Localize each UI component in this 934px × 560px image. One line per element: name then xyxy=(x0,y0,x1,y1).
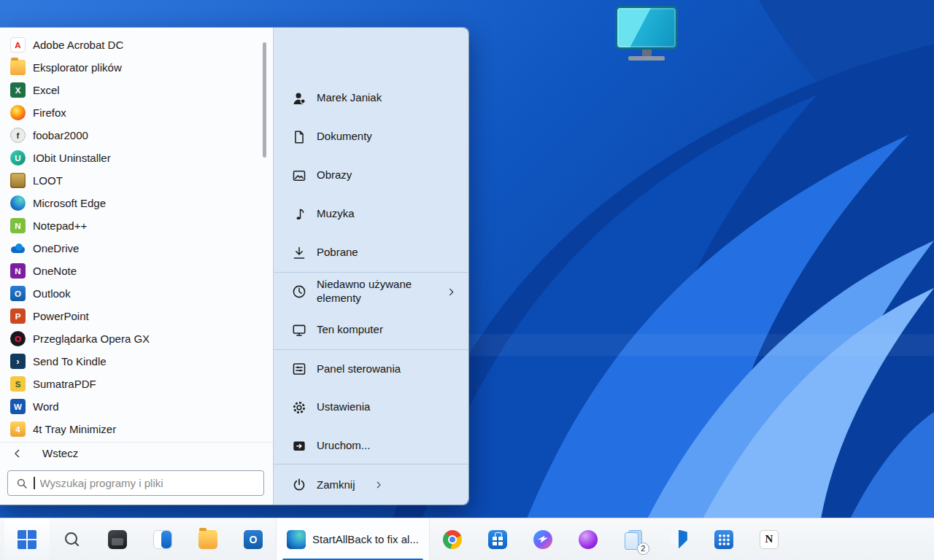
program-item[interactable]: Microsoft Edge xyxy=(0,192,273,214)
notion-icon: N xyxy=(760,530,779,549)
onenote-icon: N xyxy=(10,263,26,279)
calculator-button[interactable] xyxy=(701,518,746,560)
taskbar-search-button[interactable] xyxy=(50,518,95,560)
program-item[interactable]: LOOT xyxy=(0,169,273,192)
dark-app-button[interactable] xyxy=(95,518,140,560)
start-menu-right-item[interactable]: Ustawienia xyxy=(274,388,468,427)
program-label: Eksplorator plików xyxy=(33,61,122,74)
start-menu-right-pane: Marek Janiak Dokumenty Obrazy xyxy=(274,28,468,505)
start-menu-right-list: Marek Janiak Dokumenty Obrazy xyxy=(274,28,468,464)
active-task-label: StartAllBack to fix al... xyxy=(312,533,419,545)
opera-gx-icon: O xyxy=(10,331,26,346)
start-menu-right-item[interactable]: Marek Janiak xyxy=(274,79,468,117)
microsoft-store-button[interactable] xyxy=(475,518,520,560)
start-menu-left-pane: A Adobe Acrobat DC Eksplorator plików X … xyxy=(0,28,274,505)
user-picture[interactable] xyxy=(614,6,679,61)
program-item[interactable]: N OneNote xyxy=(0,260,273,282)
run-icon xyxy=(291,438,307,454)
program-item[interactable]: Eksplorator plików xyxy=(0,56,273,79)
notion-button[interactable]: N xyxy=(746,518,792,560)
search-input[interactable] xyxy=(40,477,257,489)
documents-icon xyxy=(291,129,307,145)
program-label: IObit Uninstaller xyxy=(33,152,111,164)
program-item[interactable]: P PowerPoint xyxy=(0,305,273,327)
program-label: OneDrive xyxy=(33,242,79,254)
program-label: Przeglądarka Opera GX xyxy=(33,332,150,345)
outlook-icon: O xyxy=(10,286,26,301)
program-label: OneNote xyxy=(33,265,77,277)
program-label: Word xyxy=(33,400,59,413)
program-item[interactable]: OneDrive xyxy=(0,237,273,260)
right-item-label: Dokumenty xyxy=(317,130,372,144)
settings-icon xyxy=(291,400,307,416)
program-item[interactable]: S SumatraPDF xyxy=(0,373,273,395)
iobit-uninstaller-icon: U xyxy=(10,150,26,166)
user-icon xyxy=(291,90,307,106)
taskbar-left-group: O xyxy=(4,518,276,560)
powerpoint-icon: P xyxy=(10,308,26,324)
active-task-button[interactable]: StartAllBack to fix al... xyxy=(276,518,430,560)
edge-icon xyxy=(10,195,26,211)
notepad-plus-plus-icon: N xyxy=(10,218,26,233)
start-button[interactable] xyxy=(4,518,50,560)
program-item[interactable]: X Excel xyxy=(0,79,273,101)
start-menu-right-item[interactable]: Panel sterowania xyxy=(274,349,468,388)
purple-app-button[interactable] xyxy=(566,518,611,560)
file-explorer-button[interactable] xyxy=(185,518,231,560)
music-icon xyxy=(291,206,307,222)
start-menu-right-item[interactable]: Niedawno używane elementy xyxy=(274,272,468,311)
start-menu-right-item[interactable]: Uruchom... xyxy=(274,427,468,464)
task-view-icon xyxy=(153,530,172,549)
program-label: Send To Kindle xyxy=(33,355,107,368)
program-label: Firefox xyxy=(33,106,66,119)
start-menu-right-item[interactable]: Obrazy xyxy=(274,156,468,195)
scrollbar-thumb[interactable] xyxy=(263,42,266,158)
program-item[interactable]: N Notepad++ xyxy=(0,214,273,237)
outlook-icon: O xyxy=(244,530,263,549)
monitor-stand xyxy=(642,50,652,56)
messenger-button[interactable] xyxy=(520,518,566,560)
right-item-label: Pobrane xyxy=(317,246,358,260)
monitor-base xyxy=(628,56,665,61)
messenger-icon xyxy=(533,530,552,549)
outlook-button[interactable]: O xyxy=(231,518,276,560)
right-item-label: Panel sterowania xyxy=(317,362,401,376)
program-item[interactable]: W Word xyxy=(0,395,273,418)
badge-count: 2 xyxy=(637,542,649,555)
pages-app-button[interactable]: 2 xyxy=(611,518,656,560)
program-item[interactable]: Firefox xyxy=(0,101,273,124)
task-view-button[interactable] xyxy=(140,518,185,560)
program-item[interactable]: O Outlook xyxy=(0,282,273,305)
start-menu-right-item[interactable]: Muzyka xyxy=(274,195,468,233)
word-icon: W xyxy=(10,399,26,414)
search-box[interactable] xyxy=(7,470,264,496)
start-menu-right-item[interactable]: Pobrane xyxy=(274,233,468,272)
tray-minimizer-icon: 4 xyxy=(10,421,26,437)
program-item[interactable]: O Przeglądarka Opera GX xyxy=(0,327,273,350)
program-label: 4t Tray Minimizer xyxy=(33,423,116,435)
search-icon xyxy=(15,477,28,490)
back-button[interactable]: Wstecz xyxy=(0,442,273,464)
right-item-label: Ustawienia xyxy=(317,400,370,414)
shield-icon xyxy=(669,530,688,549)
program-label: PowerPoint xyxy=(33,310,89,322)
program-label: Outlook xyxy=(33,287,71,300)
security-shield-button[interactable] xyxy=(656,518,701,560)
program-item[interactable]: 4 4t Tray Minimizer xyxy=(0,418,273,440)
start-menu: A Adobe Acrobat DC Eksplorator plików X … xyxy=(0,27,469,505)
chrome-button[interactable] xyxy=(430,518,475,560)
program-item[interactable]: › Send To Kindle xyxy=(0,350,273,373)
right-item-label: Obrazy xyxy=(317,168,352,182)
control-panel-icon xyxy=(291,361,307,377)
search-row xyxy=(0,464,273,505)
start-menu-right-item[interactable]: Dokumenty xyxy=(274,117,468,156)
start-menu-right-item[interactable]: Ten komputer xyxy=(274,311,468,349)
program-item[interactable]: U IObit Uninstaller xyxy=(0,147,273,169)
back-label: Wstecz xyxy=(42,447,78,459)
shutdown-button[interactable]: Zamknij xyxy=(274,464,468,505)
program-item[interactable]: f foobar2000 xyxy=(0,124,273,147)
calculator-icon xyxy=(714,530,733,549)
monitor-display-icon xyxy=(615,6,678,50)
program-item[interactable]: A Adobe Acrobat DC xyxy=(0,34,273,56)
pictures-icon xyxy=(291,168,307,184)
